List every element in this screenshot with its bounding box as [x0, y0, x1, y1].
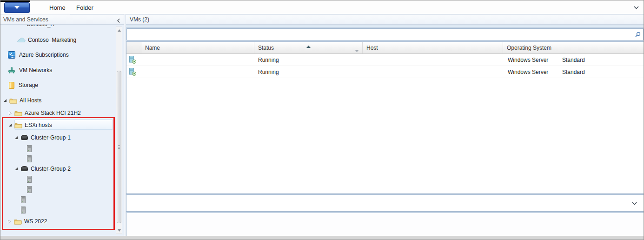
vm-running-icon [129, 56, 136, 64]
os-family: Windows Server [508, 57, 562, 63]
sidebar-scrollbar[interactable] [116, 27, 122, 234]
tree-item-partial-label: Contoso_IT [27, 25, 78, 27]
tree-item-contoso-marketing[interactable]: Contoso_Marketing [0, 35, 116, 45]
tree-item-partial[interactable]: Contoso_IT [27, 25, 78, 29]
tree-item-label: All Hosts [20, 97, 41, 104]
chevron-left-icon [117, 19, 120, 23]
scroll-up-button[interactable] [116, 27, 122, 33]
expander-expanded-icon[interactable] [14, 136, 18, 140]
tree-item-cluster-group-1[interactable]: Cluster-Group-1 [0, 133, 116, 143]
vm-network-icon [8, 67, 15, 74]
tree-item-vm-networks[interactable]: VM Networks [0, 65, 116, 75]
column-header-gutter [126, 42, 141, 53]
details-pane-header[interactable] [126, 194, 644, 212]
column-header-name[interactable]: Name [141, 42, 254, 53]
tree-item-azure-subscriptions[interactable]: Azure Subscriptions [0, 50, 116, 60]
cell-host [363, 66, 503, 78]
tree-item-azure-stack-hci[interactable]: Azure Stack HCI 21H2 [0, 108, 116, 118]
sidebar-header-overlay [0, 14, 124, 25]
triangle-down-icon [118, 229, 121, 232]
os-family: Windows Server [508, 69, 562, 75]
host-server-icon [27, 186, 32, 193]
tab-home[interactable]: Home [46, 3, 69, 13]
search-box[interactable] [126, 28, 644, 40]
tree-item-host[interactable] [0, 153, 116, 164]
tree-item-label: Azure Subscriptions [19, 52, 69, 58]
tree-item-host[interactable] [0, 184, 116, 194]
os-edition: Standard [562, 69, 585, 75]
cell-name [141, 66, 254, 78]
host-server-icon [27, 145, 32, 152]
tab-folder[interactable]: Folder [73, 3, 97, 13]
folder-icon [14, 122, 22, 128]
tree-item-label: WS 2022 [24, 218, 47, 225]
filter-dropdown-icon[interactable] [355, 47, 359, 53]
table-header-row: Name Status Host Operating System [126, 42, 644, 54]
column-label: Operating System [507, 45, 551, 51]
tree-item-ws-2022[interactable]: WS 2022 [0, 216, 116, 227]
column-header-host[interactable]: Host [363, 42, 503, 53]
search-input[interactable] [129, 29, 633, 40]
cell-status: Running [254, 54, 363, 66]
column-label: Host [366, 45, 378, 51]
tree-item-label: Cluster-Group-2 [31, 166, 71, 172]
azure-subscription-icon [8, 51, 15, 59]
search-icon[interactable] [635, 32, 641, 39]
ribbon-bar: Home Folder [0, 0, 644, 14]
cell-status: Running [254, 66, 363, 78]
tree-item-cluster-group-2[interactable]: Cluster-Group-2 [0, 164, 116, 174]
tree-item-host[interactable] [0, 205, 116, 215]
tree-item-all-hosts[interactable]: All Hosts [0, 95, 116, 106]
table-row[interactable]: Running Windows Server Standard [126, 54, 644, 66]
column-label: Name [145, 45, 160, 51]
app-menu-button[interactable] [4, 2, 30, 13]
cell-os: Windows Server Standard [503, 66, 644, 78]
cell-host [363, 54, 503, 66]
folder-icon [14, 219, 22, 225]
vm-running-icon [129, 68, 136, 76]
host-server-icon [27, 155, 32, 162]
cell-os: Windows Server Standard [503, 54, 644, 66]
column-label: Status [258, 45, 274, 51]
chevron-down-icon [632, 202, 637, 206]
sidebar-collapse-button[interactable] [117, 18, 120, 24]
expander-expanded-icon[interactable] [14, 167, 18, 171]
main-header: VMs (2) [126, 14, 644, 25]
sort-ascending-icon [306, 43, 311, 49]
ribbon-collapse-button[interactable] [634, 5, 639, 11]
window-edge-accent [0, 0, 30, 2]
pane-expand-button[interactable] [632, 200, 637, 207]
folder-icon [14, 110, 22, 116]
expander-collapsed-icon[interactable] [8, 111, 12, 115]
tree-item-host[interactable] [0, 194, 116, 205]
cloud-icon [17, 37, 26, 43]
table-row[interactable]: Running Windows Server Standard [126, 66, 644, 78]
tree-item-label: Contoso_Marketing [28, 37, 76, 43]
expander-expanded-icon[interactable] [3, 99, 7, 102]
folder-icon [9, 98, 17, 104]
details-pane-body [126, 213, 644, 236]
tree-item-host[interactable] [0, 143, 116, 153]
tree-item-label: Azure Stack HCI 21H2 [25, 110, 81, 116]
page-title: VMs (2) [130, 16, 149, 23]
tree-item-label: Cluster-Group-1 [31, 134, 71, 141]
vm-table: Name Status Host Operating System [126, 42, 644, 194]
scvmm-window: Home Folder VMs and Services VMs (2) Con… [0, 0, 644, 240]
host-server-icon [21, 207, 26, 213]
column-header-status[interactable]: Status [254, 42, 363, 53]
dropdown-arrow-icon [14, 6, 20, 9]
chevron-down-icon [634, 6, 639, 10]
tree-item-esxi-hosts[interactable]: ESXi hosts [0, 120, 116, 130]
expander-expanded-icon[interactable] [8, 123, 12, 127]
os-edition: Standard [562, 57, 585, 63]
expander-collapsed-icon[interactable] [7, 220, 11, 224]
column-header-os[interactable]: Operating System [503, 42, 644, 53]
tree-item-label: VM Networks [19, 67, 52, 73]
triangle-up-icon [118, 29, 121, 32]
tree-item-host[interactable] [0, 174, 116, 184]
tree-item-label: ESXi hosts [25, 122, 52, 128]
scroll-down-button[interactable] [116, 227, 122, 233]
scrollbar-thumb[interactable] [117, 71, 121, 223]
tree-item-storage[interactable]: Storage [0, 80, 116, 90]
cell-name [141, 54, 254, 66]
